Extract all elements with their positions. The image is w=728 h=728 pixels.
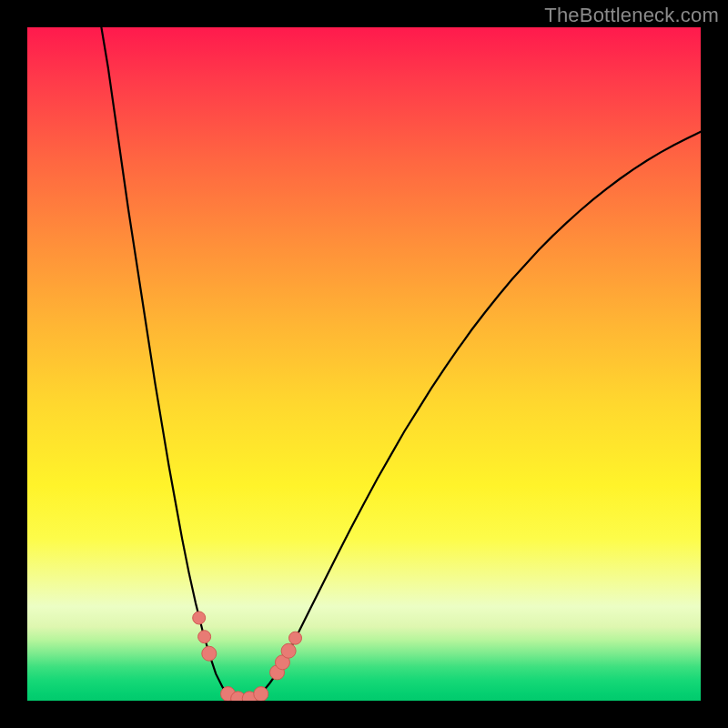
watermark-text: TheBottleneck.com <box>544 4 719 27</box>
curve-marker <box>275 655 289 670</box>
curve-marker <box>202 646 217 661</box>
curve-marker <box>270 665 285 680</box>
chart-frame: TheBottleneck.com <box>0 0 728 728</box>
curve-marker <box>193 612 206 624</box>
curve-marker <box>231 692 246 701</box>
curve-marker <box>198 631 211 643</box>
curve-marker <box>281 643 296 658</box>
curve-marker <box>221 687 236 701</box>
curve-svg <box>27 27 701 701</box>
bottleneck-curve <box>101 27 701 700</box>
plot-area <box>25 25 703 703</box>
curve-marker <box>289 632 302 644</box>
curve-marker <box>242 692 257 701</box>
curve-markers <box>193 612 302 701</box>
curve-marker <box>254 687 268 701</box>
